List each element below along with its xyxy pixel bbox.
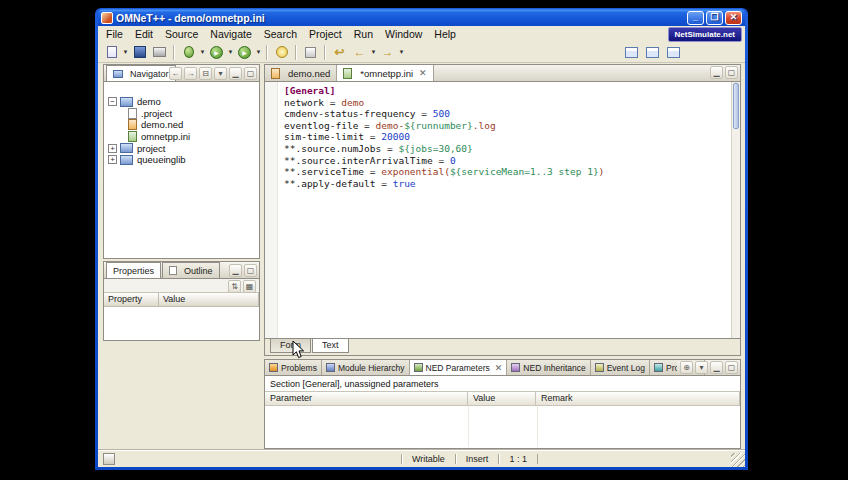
code-line: sim-time-limit = 20000 [284,131,604,143]
tab-outline[interactable]: Outline [162,262,220,278]
close-tab-icon[interactable]: ✕ [419,68,427,78]
editor-mode-tabs: Form Text [265,338,740,355]
menu-file[interactable]: File [100,27,129,41]
categories-icon[interactable]: ⇅ [228,280,241,293]
forward-dropdown-icon[interactable]: ▼ [398,49,405,55]
minimize-view-icon[interactable]: ▁ [229,67,242,80]
menu-items: FileEditSourceNavigateSearchProjectRunWi… [100,28,462,40]
collapse-all-icon[interactable]: ⊟ [199,67,212,80]
minimize-view-icon[interactable]: ▁ [710,361,723,374]
window-title: OMNeT++ - demo/omnetpp.ini [116,12,684,24]
external-tools-dropdown-icon[interactable]: ▼ [255,49,262,55]
maximize-view-icon[interactable]: ▢ [244,67,257,80]
tree-item-demo[interactable]: −demo [104,96,259,108]
project-icon [120,155,133,165]
tab-text[interactable]: Text [312,339,349,353]
value-column-header[interactable]: Value [159,293,259,306]
external-tools-icon[interactable]: ▶ [235,43,254,62]
search-icon[interactable] [272,43,291,62]
print-icon[interactable] [150,43,169,62]
editor-body[interactable]: [General]network = democmdenv-status-fre… [265,82,740,338]
remark-column-header[interactable]: Remark [536,392,740,405]
minimize-button[interactable]: _ [687,11,704,25]
run-dropdown-icon[interactable]: ▼ [227,49,234,55]
mark-occurrences-icon[interactable] [301,43,320,62]
navigator-tree[interactable]: −demo.projectdemo.nedomnetpp.ini+project… [104,83,259,258]
tab-properties[interactable]: Properties [106,262,161,278]
tree-item-project[interactable]: +project [104,142,259,154]
minimize-view-icon[interactable]: ▁ [710,66,723,79]
module-hierarchy-icon [326,363,335,372]
tab-ned-inheritance[interactable]: NED Inheritance [507,360,590,375]
resize-grip[interactable] [731,453,745,467]
maximize-view-icon[interactable]: ▢ [244,264,257,277]
columns-icon[interactable] [643,43,662,62]
menu-edit[interactable]: Edit [129,27,159,41]
navigator-view: Navigator ← → ⊟ ▾ ▁ ▢ −demo.projectdemo.… [103,64,260,259]
save-icon[interactable] [130,43,149,62]
tree-item--project[interactable]: .project [104,108,259,120]
chart-icon[interactable] [664,43,683,62]
tree-item-omnetpp-ini[interactable]: omnetpp.ini [104,131,259,143]
menu-search[interactable]: Search [258,27,303,41]
tab-problems[interactable]: Problems [265,360,322,375]
property-column-header[interactable]: Property [104,293,159,306]
menu-source[interactable]: Source [159,27,204,41]
tree-item-demo-ned[interactable]: demo.ned [104,119,259,131]
debug-icon[interactable] [179,43,198,62]
netsimulate-badge: NetSimulate.net [668,27,742,42]
pin-icon[interactable]: ⊕ [680,361,693,374]
parameters-table-body[interactable] [265,406,740,447]
properties-view: Properties Outline ▁ ▢ ⇅ ▦ [103,261,260,341]
table-icon[interactable] [622,43,641,62]
menu-help[interactable]: Help [428,27,462,41]
menu-project[interactable]: Project [303,27,348,41]
tab-navigator[interactable]: Navigator [106,65,176,81]
outline-icon [169,266,177,275]
expand-toggle-icon[interactable]: + [108,144,117,153]
maximize-view-icon[interactable]: ▢ [725,66,738,79]
forward-icon[interactable]: → [378,43,397,62]
forward-view-icon[interactable]: → [184,67,197,80]
editor-content[interactable]: [General]network = democmdenv-status-fre… [278,82,604,338]
menu-navigate[interactable]: Navigate [204,27,257,41]
caret-position-status: 1 : 1 [498,454,538,464]
expand-toggle-icon[interactable]: + [108,155,117,164]
project-icon [120,143,133,153]
tab-omnetpp-ini[interactable]: *omnetpp.ini ✕ [337,65,433,81]
code-line: **.apply-default = true [284,178,604,190]
tab-module-hierarchy[interactable]: Module Hierarchy [322,360,410,375]
view-menu-icon[interactable]: ▾ [214,67,227,80]
tree-item-queueinglib[interactable]: +queueinglib [104,154,259,166]
new-dropdown-icon[interactable]: ▼ [122,49,129,55]
menu-window[interactable]: Window [379,27,428,41]
workbench: Navigator ← → ⊟ ▾ ▁ ▢ −demo.projectdemo.… [98,63,745,449]
run-icon[interactable]: ▶ [207,43,226,62]
minimize-view-icon[interactable]: ▁ [229,264,242,277]
writable-status: Writable [401,454,455,464]
properties-table-body[interactable] [104,307,259,339]
title-bar[interactable]: OMNeT++ - demo/omnetpp.ini _ ❐ ✕ [98,9,745,26]
close-view-icon[interactable]: ✕ [495,363,503,373]
parameter-column-header[interactable]: Parameter [265,392,468,405]
back-view-icon[interactable]: ← [169,67,182,80]
last-edit-location-icon[interactable]: ↩ [330,43,349,62]
view-menu-icon[interactable]: ▾ [695,361,708,374]
project-icon [120,97,133,107]
debug-dropdown-icon[interactable]: ▼ [199,49,206,55]
menu-run[interactable]: Run [348,27,379,41]
tab-ned-parameters[interactable]: NED Parameters✕ [410,360,508,375]
tab-demo-ned[interactable]: demo.ned [265,65,337,81]
editor-scrollbar[interactable] [731,82,740,338]
bottom-view: ProblemsModule HierarchyNED Parameters✕N… [264,359,741,449]
back-dropdown-icon[interactable]: ▼ [370,49,377,55]
collapse-toggle-icon[interactable]: − [108,97,117,106]
value-column-header[interactable]: Value [468,392,536,405]
back-icon[interactable]: ← [350,43,369,62]
maximize-button[interactable]: ❐ [706,11,723,25]
new-wizard-icon[interactable] [102,43,121,62]
maximize-view-icon[interactable]: ▢ [725,361,738,374]
close-button[interactable]: ✕ [725,11,742,25]
tab-event-log[interactable]: Event Log [591,360,650,375]
filter-icon[interactable]: ▦ [243,280,256,293]
